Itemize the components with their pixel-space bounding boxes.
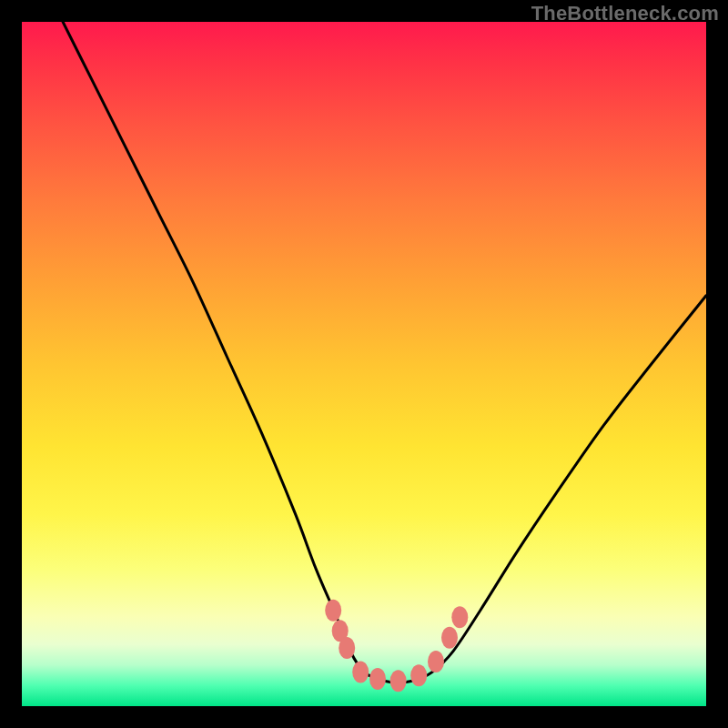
optimal-marker [410, 664, 427, 686]
plot-area [22, 22, 706, 706]
optimal-marker [352, 661, 369, 682]
optimal-marker [325, 600, 341, 622]
optimal-marker [428, 651, 444, 672]
optimal-marker [441, 627, 458, 649]
optimal-marker-group [325, 600, 468, 693]
optimal-marker [390, 670, 407, 692]
optimal-marker [332, 620, 349, 642]
curve-layer [22, 22, 706, 706]
optimal-marker [369, 668, 386, 690]
optimal-marker [451, 606, 468, 628]
chart-frame: TheBottleneck.com [0, 0, 728, 728]
bottleneck-curve [63, 22, 706, 682]
optimal-marker [339, 637, 355, 659]
watermark-text: TheBottleneck.com [531, 2, 719, 25]
